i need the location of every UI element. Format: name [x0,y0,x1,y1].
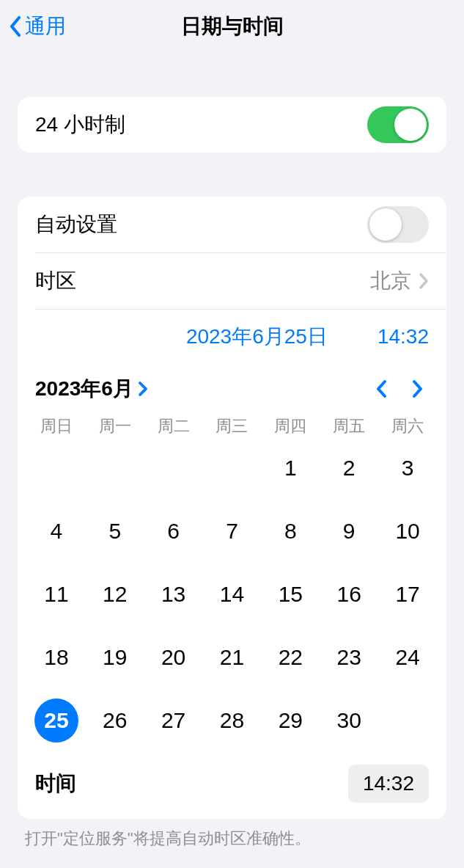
current-time-button[interactable]: 14:32 [378,325,429,349]
calendar-day[interactable]: 7 [204,509,261,553]
calendar-blank [28,446,85,490]
calendar-day[interactable]: 6 [145,509,202,553]
calendar-day[interactable]: 17 [379,572,436,616]
calendar-day[interactable]: 21 [204,635,261,679]
calendar-day[interactable]: 19 [86,635,144,679]
time-picker-chip[interactable]: 14:32 [348,765,429,803]
back-label: 通用 [25,12,66,40]
back-button[interactable]: 通用 [9,12,66,40]
chevron-right-icon [138,381,148,397]
timezone-row[interactable]: 时区 北京 [18,253,446,309]
chevron-right-icon [419,272,429,290]
weekday-header: 周日 [28,415,85,437]
calendar-day[interactable]: 18 [28,635,85,679]
calendar-day[interactable]: 1 [262,446,319,490]
calendar-day[interactable]: 30 [320,699,378,743]
calendar-day[interactable]: 26 [86,699,144,743]
clock-24h-toggle[interactable] [367,106,429,143]
timezone-label: 时区 [35,267,370,295]
calendar-day[interactable]: 16 [320,572,378,616]
weekday-header: 周五 [320,415,378,437]
calendar-day[interactable]: 12 [86,572,144,616]
calendar-blank [204,446,261,490]
calendar-day[interactable]: 4 [28,509,85,553]
calendar-day[interactable]: 20 [145,635,202,679]
calendar-day[interactable]: 11 [28,572,85,616]
calendar-blank [145,446,202,490]
calendar-day[interactable]: 29 [262,699,319,743]
weekday-header: 周四 [262,415,319,437]
time-label: 时间 [35,770,348,798]
calendar-day[interactable]: 23 [320,635,378,679]
prev-month-button[interactable] [363,373,399,405]
calendar-day[interactable]: 9 [320,509,378,553]
next-month-button[interactable] [399,373,429,405]
current-date-button[interactable]: 2023年6月25日 [186,323,328,351]
page-title: 日期与时间 [0,12,464,40]
weekday-header: 周三 [204,415,261,437]
clock-24h-label: 24 小时制 [35,111,367,139]
chevron-left-icon [375,379,388,399]
calendar-day[interactable]: 8 [262,509,319,553]
calendar-day[interactable]: 13 [145,572,202,616]
chevron-left-icon [9,15,22,37]
calendar-day[interactable]: 14 [204,572,261,616]
calendar-day[interactable]: 28 [204,699,261,743]
month-label: 2023年6月 [35,375,133,403]
calendar-day[interactable]: 22 [262,635,319,679]
calendar-day[interactable]: 2 [320,446,378,490]
calendar-day[interactable]: 25 [34,699,78,743]
footnote-text: 打开"定位服务"将提高自动时区准确性。 [0,819,464,850]
calendar-day[interactable]: 27 [145,699,202,743]
toggle-knob [394,109,427,141]
chevron-right-icon [411,379,424,399]
timezone-value: 北京 [370,267,411,295]
weekday-header: 周六 [379,415,436,437]
calendar-blank [86,446,144,490]
weekday-header: 周一 [86,415,144,437]
calendar-day[interactable]: 24 [379,635,436,679]
calendar-day[interactable]: 5 [86,509,144,553]
auto-set-toggle[interactable] [367,206,429,243]
auto-set-label: 自动设置 [35,211,367,238]
calendar-day[interactable]: 10 [379,509,436,553]
month-picker-button[interactable]: 2023年6月 [35,375,148,403]
calendar-day[interactable]: 3 [379,446,436,490]
calendar-day[interactable]: 15 [262,572,319,616]
weekday-header: 周二 [145,415,202,437]
toggle-knob [369,208,402,241]
